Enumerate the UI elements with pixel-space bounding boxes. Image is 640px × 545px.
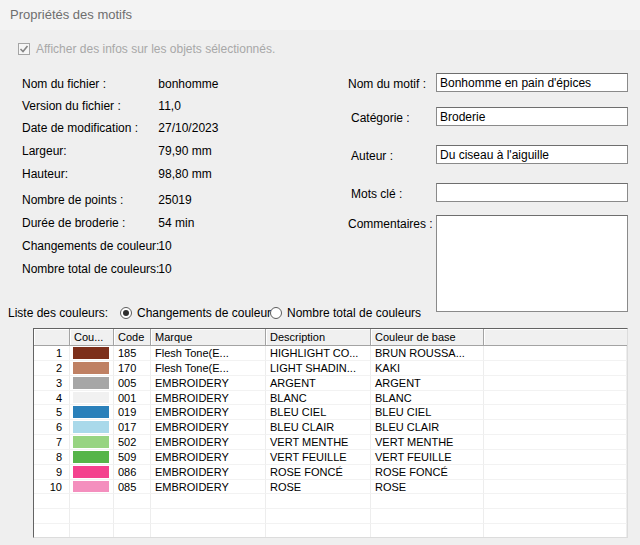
author-input[interactable]	[436, 145, 628, 164]
cell-base-color: BRUN ROUSSA...	[371, 346, 484, 361]
info-row: Changements de couleur: 10	[22, 239, 172, 253]
table-row[interactable]: 2 170 Flesh Tone(E... LIGHT SHADIN... KA…	[34, 361, 627, 376]
cell-base-color: ROSE FONCÉ	[371, 465, 484, 480]
cell-code: 170	[114, 361, 151, 376]
table-row[interactable]: 7 502 EMBROIDERY VERT MENTHE VERT MENTHE	[34, 435, 627, 450]
cell-color	[70, 420, 114, 435]
header-base-color[interactable]: Couleur de base	[371, 329, 484, 346]
cell-brand: EMBROIDERY	[151, 465, 266, 480]
info-value: 25019	[158, 193, 191, 207]
cell-base-color	[371, 509, 484, 524]
cell-filler	[484, 405, 627, 420]
cell-base-color: ROSE	[371, 480, 484, 495]
cell-filler	[484, 361, 627, 376]
cell-description	[266, 494, 371, 509]
cell-description: BLEU CIEL	[266, 405, 371, 420]
header-row-number[interactable]	[34, 329, 70, 346]
cell-row-number: 4	[34, 391, 70, 406]
cell-brand: EMBROIDERY	[151, 405, 266, 420]
cell-base-color	[371, 494, 484, 509]
cell-brand: Flesh Tone(E...	[151, 346, 266, 361]
info-value: 98,80 mm	[158, 167, 211, 181]
info-row: Nombre total de couleurs: 10	[22, 262, 172, 276]
table-row[interactable]: 10 085 EMBROIDERY ROSE ROSE	[34, 480, 627, 495]
cell-description: VERT MENTHE	[266, 435, 371, 450]
cell-row-number: 10	[34, 480, 70, 495]
cell-color	[70, 405, 114, 420]
radio-total-colors[interactable]	[270, 307, 282, 319]
cell-row-number	[34, 494, 70, 509]
cell-filler	[484, 480, 627, 495]
cell-row-number: 2	[34, 361, 70, 376]
color-swatch	[73, 525, 109, 537]
cell-description	[266, 524, 371, 538]
cell-code	[114, 494, 151, 509]
info-row: Hauteur: 98,80 mm	[22, 167, 212, 181]
cell-code	[114, 509, 151, 524]
cell-filler	[484, 391, 627, 406]
table-row[interactable]: 8 509 EMBROIDERY VERT FEUILLE VERT FEUIL…	[34, 450, 627, 465]
color-swatch	[73, 481, 109, 493]
cell-code: 185	[114, 346, 151, 361]
cell-filler	[484, 376, 627, 391]
cell-filler	[484, 509, 627, 524]
dialog-title: Propriétés des motifs	[10, 7, 132, 22]
header-description[interactable]: Description	[266, 329, 371, 346]
cell-row-number: 3	[34, 376, 70, 391]
cell-code: 017	[114, 420, 151, 435]
color-table-body: 1 185 Flesh Tone(E... HIGHLIGHT CO... BR…	[34, 346, 627, 538]
cell-base-color: BLEU CIEL	[371, 405, 484, 420]
table-row[interactable]: 1 185 Flesh Tone(E... HIGHLIGHT CO... BR…	[34, 346, 627, 361]
info-label: Nombre total de couleurs:	[22, 262, 155, 276]
table-row[interactable]: 4 001 EMBROIDERY BLANC BLANC	[34, 391, 627, 406]
header-code[interactable]: Code	[114, 329, 151, 346]
table-row[interactable]: 6 017 EMBROIDERY BLEU CLAIR BLEU CLAIR	[34, 420, 627, 435]
cell-code: 005	[114, 376, 151, 391]
cell-row-number	[34, 524, 70, 538]
comments-textarea[interactable]	[436, 215, 628, 312]
cell-base-color: ARGENT	[371, 376, 484, 391]
cell-color	[70, 465, 114, 480]
keywords-input[interactable]	[436, 183, 628, 202]
cell-color	[70, 494, 114, 509]
cell-brand: Flesh Tone(E...	[151, 361, 266, 376]
cell-color	[70, 509, 114, 524]
color-table: Cou... Code Marque Description Couleur d…	[33, 328, 628, 538]
table-row[interactable]	[34, 509, 627, 524]
cell-brand: EMBROIDERY	[151, 420, 266, 435]
info-label: Durée de broderie :	[22, 216, 155, 230]
info-value: 11,0	[158, 99, 180, 113]
check-icon	[19, 44, 29, 54]
cell-brand: EMBROIDERY	[151, 391, 266, 406]
cell-row-number: 8	[34, 450, 70, 465]
cell-description: LIGHT SHADIN...	[266, 361, 371, 376]
table-row[interactable]	[34, 494, 627, 509]
cell-filler	[484, 420, 627, 435]
info-value: 79,90 mm	[158, 144, 211, 158]
info-row: Version du fichier : 11,0	[22, 99, 181, 113]
motif-name-input[interactable]	[436, 73, 628, 92]
color-swatch	[73, 421, 109, 433]
color-swatch	[73, 377, 109, 389]
info-label: Largeur:	[22, 144, 155, 158]
comments-label: Commentaires :	[348, 217, 433, 231]
table-row[interactable]: 3 005 EMBROIDERY ARGENT ARGENT	[34, 376, 627, 391]
table-row[interactable]: 9 086 EMBROIDERY ROSE FONCÉ ROSE FONCÉ	[34, 465, 627, 480]
keywords-label: Mots clé :	[351, 187, 402, 201]
category-input[interactable]	[436, 107, 628, 126]
cell-row-number: 5	[34, 405, 70, 420]
header-color[interactable]: Cou...	[70, 329, 114, 346]
info-value: 10	[158, 239, 171, 253]
cell-row-number: 1	[34, 346, 70, 361]
cell-base-color: VERT FEUILLE	[371, 450, 484, 465]
cell-code: 085	[114, 480, 151, 495]
info-value: 10	[158, 262, 171, 276]
cell-filler	[484, 465, 627, 480]
table-row[interactable]	[34, 524, 627, 538]
radio-color-changes[interactable]	[120, 307, 132, 319]
cell-color	[70, 391, 114, 406]
table-row[interactable]: 5 019 EMBROIDERY BLEU CIEL BLEU CIEL	[34, 405, 627, 420]
cell-base-color: KAKI	[371, 361, 484, 376]
color-swatch	[73, 466, 109, 478]
header-brand[interactable]: Marque	[151, 329, 266, 346]
